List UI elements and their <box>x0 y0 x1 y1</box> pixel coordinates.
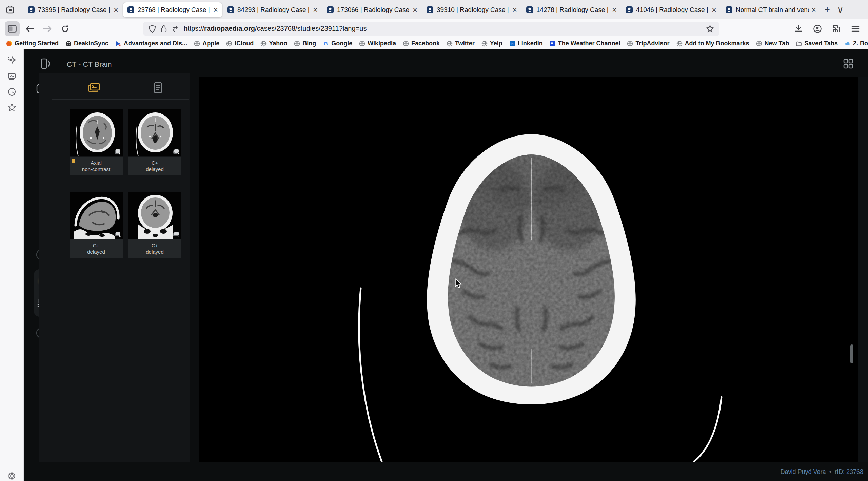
reload-button[interactable] <box>58 21 73 36</box>
series-thumbnail-image[interactable] <box>70 192 123 239</box>
dicom-canvas[interactable] <box>199 77 868 462</box>
globe-bookmark-icon <box>627 41 633 47</box>
forward-button[interactable] <box>40 21 55 36</box>
ai-chatbot-sparkle-icon[interactable] <box>6 54 18 66</box>
url-bar[interactable]: https://radiopaedia.org/cases/23768/stud… <box>143 22 719 36</box>
menu-hamburger-icon[interactable] <box>851 25 860 33</box>
series-thumbnail[interactable]: Axialnon-contrast <box>70 109 123 175</box>
tab-images[interactable] <box>84 79 104 97</box>
toolbar-right-icons <box>794 24 863 33</box>
author-link[interactable]: David Puyó Vera <box>781 468 826 475</box>
bookmark-label: DeakinSync <box>74 40 108 47</box>
settings-gear-icon[interactable] <box>6 470 18 481</box>
series-thumbnail-image[interactable] <box>128 109 181 156</box>
account-icon[interactable] <box>813 24 822 33</box>
bookmark-item[interactable]: The Weather Channel <box>547 39 623 48</box>
sidebar-toggle-button[interactable] <box>5 21 20 36</box>
bookmark-item[interactable]: DeakinSync <box>63 39 111 48</box>
bookmark-star-icon[interactable] <box>706 25 714 33</box>
firefox-view-button[interactable] <box>3 3 17 17</box>
bookmark-item[interactable]: Getting Started <box>3 39 61 48</box>
rid-link[interactable]: rID: 23768 <box>835 468 863 475</box>
bookmark-item[interactable]: TripAdvisor <box>624 39 672 48</box>
bookmark-item[interactable]: New Tab <box>753 39 792 48</box>
tab-close-icon[interactable]: × <box>114 6 118 14</box>
extensions-puzzle-icon[interactable] <box>832 24 841 33</box>
browser-tab[interactable]: 73395 | Radiology Case | Radio× <box>23 2 122 17</box>
globe-bookmark-icon <box>260 41 267 47</box>
series-thumbnail-label[interactable]: C+delayed <box>70 239 123 258</box>
browser-tab[interactable]: 173066 | Radiology Case | Radi× <box>322 2 421 17</box>
series-thumbnail[interactable]: C+delayed <box>70 192 123 258</box>
series-thumbnail[interactable]: C+delayed <box>128 192 181 258</box>
new-tab-button[interactable]: + <box>821 3 834 16</box>
tab-title: 39310 | Radiology Case | Radio <box>437 6 510 14</box>
tab-close-icon[interactable]: × <box>413 6 417 14</box>
series-thumbnail-image[interactable] <box>128 192 181 239</box>
history-clock-icon[interactable] <box>6 86 18 98</box>
bookmark-item[interactable]: Twitter <box>444 39 477 48</box>
layout-grid-icon[interactable] <box>843 58 854 69</box>
bookmark-item[interactable]: GGoogle <box>320 39 355 48</box>
bookmark-label: TripAdvisor <box>635 40 669 47</box>
downloads-icon[interactable] <box>794 24 803 33</box>
bookmark-item[interactable]: Yahoo <box>258 39 290 48</box>
browser-tab[interactable]: 39310 | Radiology Case | Radio× <box>422 2 521 17</box>
series-thumbnail-image[interactable] <box>70 109 123 156</box>
slice-scrollbar-thumb[interactable] <box>850 344 853 363</box>
bookmarks-container: Getting StartedDeakinSyncAdvantages and … <box>3 39 868 48</box>
bookmark-item[interactable]: 2. Bookmarking res... <box>842 39 868 48</box>
bookmark-label: 2. Bookmarking res... <box>853 40 868 47</box>
bookmark-item[interactable]: Wikipedia <box>356 39 399 48</box>
bookmark-item[interactable]: Add to My Bookmarks <box>674 39 752 48</box>
tab-manager-icon[interactable] <box>6 70 18 82</box>
radiopaedia-favicon-icon <box>426 6 434 14</box>
firefox-bookmark-icon <box>6 41 12 47</box>
tab-close-icon[interactable]: × <box>213 6 218 14</box>
tab-close-icon[interactable]: × <box>512 6 517 14</box>
bookmark-item[interactable]: inLinkedIn <box>507 39 546 48</box>
browser-tab[interactable]: 84293 | Radiology Case | Radio× <box>223 2 322 17</box>
bookmark-label: Advantages and Dis... <box>124 40 187 47</box>
bookmarks-star-icon[interactable] <box>6 102 18 113</box>
bookmark-item[interactable]: Yelp <box>479 39 505 48</box>
browser-tab[interactable]: 23768 | Radiology Case | Radio× <box>123 2 222 17</box>
tracking-shield-icon[interactable] <box>149 25 156 33</box>
image-stack-icon <box>173 148 180 155</box>
tab-title: Normal CT brain and venogram <box>736 6 809 14</box>
url-path: /cases/23768/studies/23911?lang=us <box>255 25 367 32</box>
bookmark-item[interactable]: Apple <box>191 39 222 48</box>
browser-tab[interactable]: Normal CT brain and venogram× <box>721 2 820 17</box>
tab-close-icon[interactable]: × <box>313 6 318 14</box>
tab-close-icon[interactable]: × <box>712 6 716 14</box>
series-thumbnail-label[interactable]: Axialnon-contrast <box>70 157 123 175</box>
bookmark-item[interactable]: Advantages and Dis... <box>113 39 190 48</box>
series-thumbnail-label[interactable]: C+delayed <box>128 239 181 258</box>
browser-content: CT - CT Brain Ax <box>0 49 868 481</box>
radiopaedia-favicon-icon <box>127 6 135 14</box>
exchange-arrows-icon[interactable] <box>172 25 179 32</box>
exit-viewer-icon[interactable] <box>40 58 52 70</box>
bookmark-label: Bing <box>302 40 316 47</box>
tab-report[interactable] <box>148 79 168 97</box>
back-button[interactable] <box>22 21 37 36</box>
browser-tab[interactable]: 41046 | Radiology Case | Radio× <box>622 2 721 17</box>
list-all-tabs-button[interactable]: ∨ <box>834 3 847 16</box>
bookmark-item[interactable]: Saved Tabs <box>793 39 841 48</box>
bookmark-item[interactable]: iCloud <box>223 39 256 48</box>
bookmark-item[interactable]: Bing <box>291 39 319 48</box>
tab-close-icon[interactable]: × <box>612 6 617 14</box>
browser-tab[interactable]: 14278 | Radiology Case | Radio× <box>522 2 621 17</box>
series-label-line2: non-contrast <box>82 166 110 172</box>
bookmark-item[interactable]: Facebook <box>400 39 442 48</box>
lock-icon[interactable] <box>161 25 167 33</box>
series-thumbnail[interactable]: C+delayed <box>128 109 181 175</box>
url-text[interactable]: https://radiopaedia.org/cases/23768/stud… <box>184 25 367 33</box>
bookmark-label: Yahoo <box>269 40 287 47</box>
tab-title: 84293 | Radiology Case | Radio <box>237 6 310 14</box>
series-thumbnail-label[interactable]: C+delayed <box>128 157 181 175</box>
tab-close-icon[interactable]: × <box>811 6 816 14</box>
bookmarks-toolbar: Getting StartedDeakinSyncAdvantages and … <box>0 38 868 49</box>
linkedin-bookmark-icon: in <box>509 41 515 47</box>
canvas-edge-strip <box>858 77 868 462</box>
